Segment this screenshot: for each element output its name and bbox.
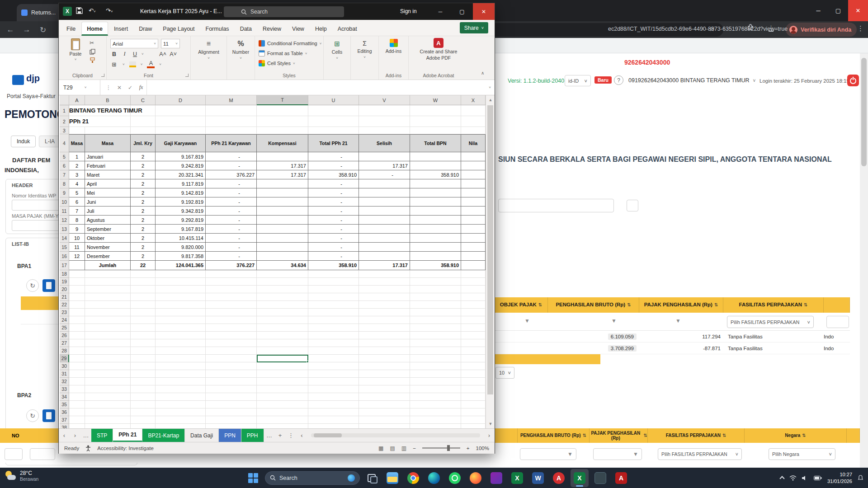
share-button[interactable]: Share ˅ (460, 22, 488, 33)
sort-icon[interactable]: ⇅ (722, 433, 726, 438)
row-header-9[interactable]: 9 (60, 188, 69, 197)
cell-T35[interactable] (257, 401, 308, 408)
filter-funnel-icon[interactable]: ▼ (675, 318, 681, 324)
cell-A15[interactable]: 11 (69, 243, 85, 252)
cell-B9[interactable]: Mei (85, 188, 131, 197)
cell-C38[interactable] (131, 424, 156, 428)
expand-formula-bar-icon[interactable]: ˅ (485, 85, 495, 89)
sheet-menu-icon[interactable]: ⋮ (286, 429, 297, 442)
cell-W6[interactable] (410, 161, 461, 170)
cell-B35[interactable] (85, 401, 131, 408)
cell-V18[interactable] (359, 270, 410, 278)
cell-U6[interactable]: - (308, 161, 359, 170)
cell-D3[interactable] (156, 127, 206, 134)
cell-X17[interactable] (461, 261, 486, 270)
cell-U30[interactable] (308, 362, 359, 370)
ribbon-tab-formulas[interactable]: Formulas (201, 22, 234, 36)
sort-icon[interactable]: ⇅ (627, 302, 631, 308)
taskbar-search[interactable]: Search (265, 471, 360, 485)
cell-B23[interactable] (85, 309, 131, 316)
ribbon-tab-home[interactable]: Home (81, 22, 108, 36)
cell-X14[interactable] (461, 234, 486, 243)
cell-C30[interactable] (131, 362, 156, 370)
cell-V23[interactable] (359, 309, 410, 316)
cell-A8[interactable]: 4 (69, 179, 85, 188)
column-header-C[interactable]: C (131, 95, 156, 105)
cell-V35[interactable] (359, 401, 410, 408)
row-header-1[interactable]: 1 (60, 105, 69, 116)
sort-icon[interactable]: ⇅ (804, 302, 807, 308)
cell-W28[interactable] (410, 347, 461, 355)
cell-D22[interactable] (156, 301, 206, 309)
grid-vertical-scrollbar[interactable]: ▲ ▼ (486, 95, 495, 428)
locale-select[interactable]: id-ID ˅ (565, 75, 591, 86)
filter-input[interactable]: ▼ (520, 448, 576, 460)
cell-A18[interactable] (69, 270, 85, 278)
filter-input[interactable]: ▼ (593, 448, 642, 460)
cell-V12[interactable] (359, 216, 410, 225)
sheet-tab-data-gaji[interactable]: Data Gaji (185, 429, 219, 442)
row-header-25[interactable]: 25 (60, 324, 69, 332)
row-header-16[interactable]: 16 (60, 252, 69, 261)
sort-icon[interactable]: ⇅ (644, 433, 647, 438)
taskbar-app-excel[interactable] (508, 469, 526, 487)
excel-titlebar[interactable]: X ↶˅ ↷˅ Kertas Kerja BTT 2025 Ayu - E...… (59, 3, 495, 20)
cell-T37[interactable] (257, 416, 308, 424)
cell-D28[interactable] (156, 347, 206, 355)
cell-B31[interactable] (85, 370, 131, 378)
refresh-icon[interactable]: ↻ (26, 279, 39, 292)
cell-W26[interactable] (410, 332, 461, 339)
cell-X5[interactable] (461, 152, 486, 161)
cell-W10[interactable] (410, 197, 461, 206)
cell-A14[interactable]: 10 (69, 234, 85, 243)
row-header-7[interactable]: 7 (60, 170, 69, 179)
cell-D24[interactable] (156, 316, 206, 324)
cell-B20[interactable] (85, 286, 131, 293)
cell-C37[interactable] (131, 416, 156, 424)
cell-U7[interactable]: 358.910 (308, 170, 359, 179)
column-header-B[interactable]: B (85, 95, 131, 105)
start-button[interactable] (244, 469, 262, 487)
fasilitas-filter-select[interactable]: Pilih FASILITAS PERPAJAKAN ˅ (658, 448, 742, 460)
scrollbar-thumb[interactable] (314, 433, 342, 437)
sort-icon[interactable]: ⇅ (583, 433, 586, 438)
cell-T10[interactable] (257, 197, 308, 206)
row-header-27[interactable]: 27 (60, 339, 69, 347)
cell-U35[interactable] (308, 401, 359, 408)
cell-C32[interactable] (131, 378, 156, 385)
cell-V38[interactable] (359, 424, 410, 428)
cell-M1[interactable] (206, 105, 257, 116)
cell-T15[interactable] (257, 243, 308, 252)
cell-U12[interactable]: - (308, 216, 359, 225)
zoom-out-icon[interactable]: − (413, 446, 416, 451)
cell-V9[interactable] (359, 188, 410, 197)
row-header-23[interactable]: 23 (60, 309, 69, 316)
increase-font-icon[interactable]: A˄ (159, 51, 167, 57)
row-header-33[interactable]: 33 (60, 385, 69, 393)
cell-V31[interactable] (359, 370, 410, 378)
row-header-32[interactable]: 32 (60, 378, 69, 385)
cell-V26[interactable] (359, 332, 410, 339)
cell-T28[interactable] (257, 347, 308, 355)
cell-C13[interactable]: 2 (131, 225, 156, 234)
cell-M9[interactable]: - (206, 188, 257, 197)
cell-M3[interactable] (206, 127, 257, 134)
tab-l1a[interactable]: L-IA (39, 136, 61, 147)
cell-T36[interactable] (257, 408, 308, 416)
browser-scrollbar[interactable] (860, 53, 868, 468)
cell-B29[interactable] (85, 355, 131, 362)
column-header-U[interactable]: U (308, 95, 359, 105)
page-layout-view-icon[interactable]: ▤ (390, 445, 395, 451)
cell-U1[interactable] (308, 105, 359, 116)
notification-bell-icon[interactable] (858, 475, 863, 481)
taskbar-app-word[interactable] (529, 469, 547, 487)
table-top-header-partial[interactable] (824, 297, 850, 313)
cell-D25[interactable] (156, 324, 206, 332)
cell-A9[interactable]: 5 (69, 188, 85, 197)
cell-B13[interactable]: September (85, 225, 131, 234)
editing-group[interactable]: Σ Editing ˅ (351, 36, 379, 80)
row-header-22[interactable]: 22 (60, 301, 69, 309)
cell-V25[interactable] (359, 324, 410, 332)
cell-W38[interactable] (410, 424, 461, 428)
cell-T17[interactable]: 34.634 (257, 261, 308, 270)
